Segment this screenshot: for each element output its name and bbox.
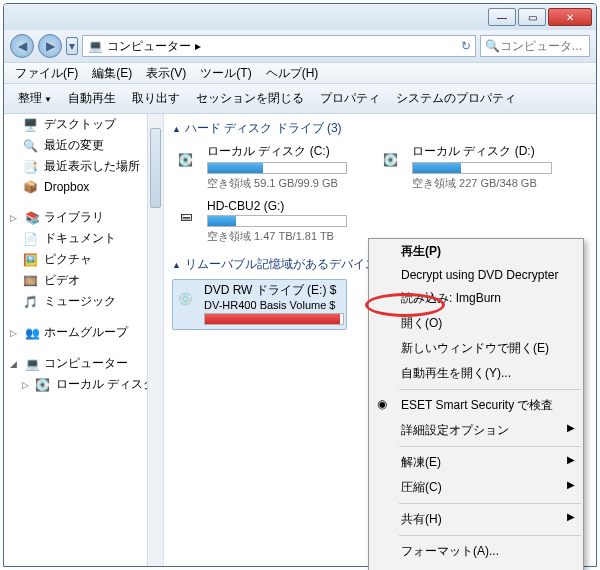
capacity-text: 空き領域 1.47 TB/1.81 TB: [207, 229, 347, 244]
desktop-icon: 🖥️: [22, 117, 38, 133]
drive-name: ローカル ディスク (D:): [412, 143, 552, 160]
address-bar[interactable]: 💻 コンピューター ▸ ↻: [82, 35, 476, 57]
separator: [399, 446, 581, 447]
drive-name: HD-CBU2 (G:): [207, 199, 347, 213]
hdd-icon: 💽: [377, 143, 404, 177]
context-autoplay[interactable]: 自動再生を開く(Y)...: [369, 361, 583, 386]
context-advanced-options[interactable]: 詳細設定オプション▶: [369, 418, 583, 443]
sidebar-group-homegroup[interactable]: ▷👥ホームグループ: [4, 320, 163, 343]
eset-icon: ◉: [377, 397, 387, 411]
drive-name: ローカル ディスク (C:): [207, 143, 347, 160]
expander-icon[interactable]: ▷: [22, 380, 29, 390]
menu-edit[interactable]: 編集(E): [87, 64, 137, 83]
collapse-icon[interactable]: ▲: [172, 124, 181, 134]
search-input[interactable]: [500, 39, 585, 53]
drive-icon: 💽: [35, 377, 50, 393]
maximize-button[interactable]: ▭: [518, 8, 546, 26]
system-properties-button[interactable]: システムのプロパティ: [390, 88, 522, 109]
close-session-button[interactable]: セッションを閉じる: [190, 88, 310, 109]
capacity-text: 空き領域 227 GB/348 GB: [412, 176, 552, 191]
context-decrypt[interactable]: Decrypt using DVD Decrypter: [369, 264, 583, 286]
sidebar-item-local-disk-c[interactable]: ▷💽ローカル ディスク (C:): [4, 374, 163, 395]
back-button[interactable]: ◀: [10, 34, 34, 58]
videos-icon: 🎞️: [22, 273, 38, 289]
search-box[interactable]: 🔍: [480, 35, 590, 57]
submenu-arrow-icon: ▶: [567, 479, 575, 490]
drive-c[interactable]: 💽 ローカル ディスク (C:) 空き領域 59.1 GB/99.9 GB: [172, 143, 347, 191]
homegroup-icon: 👥: [24, 325, 40, 341]
capacity-text: 空き領域 59.1 GB/99.9 GB: [207, 176, 347, 191]
capacity-bar: [207, 215, 347, 227]
breadcrumb-segment[interactable]: コンピューター: [107, 38, 191, 55]
context-eject[interactable]: 取り出し(J): [369, 564, 583, 570]
sidebar-item-documents[interactable]: 📄ドキュメント: [4, 228, 163, 249]
hdd-icon: 💽: [172, 143, 199, 177]
breadcrumb-separator[interactable]: ▸: [195, 39, 201, 53]
title-bar: — ▭ ✕: [4, 4, 596, 30]
sidebar-item-dropbox[interactable]: 📦Dropbox: [4, 177, 163, 197]
recent-icon: 🔍: [22, 138, 38, 154]
nav-bar: ◀ ▶ ▾ 💻 コンピューター ▸ ↻ 🔍: [4, 30, 596, 62]
drive-g[interactable]: 🖴 HD-CBU2 (G:) 空き領域 1.47 TB/1.81 TB: [172, 199, 347, 244]
expander-icon[interactable]: ◢: [10, 359, 20, 369]
menu-tools[interactable]: ツール(T): [195, 64, 256, 83]
drive-d[interactable]: 💽 ローカル ディスク (D:) 空き領域 227 GB/348 GB: [377, 143, 552, 191]
menu-file[interactable]: ファイル(F): [10, 64, 83, 83]
dropbox-icon: 📦: [22, 179, 38, 195]
organize-button[interactable]: 整理▼: [12, 88, 58, 109]
documents-icon: 📄: [22, 231, 38, 247]
sidebar-item-pictures[interactable]: 🖼️ピクチャ: [4, 249, 163, 270]
sidebar-item-music[interactable]: 🎵ミュージック: [4, 291, 163, 312]
separator: [399, 503, 581, 504]
hdd-external-icon: 🖴: [172, 199, 199, 233]
drive-name: DVD RW ドライブ (E:) $: [204, 282, 344, 299]
submenu-arrow-icon: ▶: [567, 511, 575, 522]
computer-icon: 💻: [24, 356, 40, 372]
sidebar-item-recent-changes[interactable]: 🔍最近の変更: [4, 135, 163, 156]
expander-icon[interactable]: ▷: [10, 328, 20, 338]
context-menu: 再生(P) Decrypt using DVD Decrypter 読み込み: …: [368, 238, 584, 570]
context-thaw[interactable]: 解凍(E)▶: [369, 450, 583, 475]
menu-view[interactable]: 表示(V): [141, 64, 191, 83]
context-compress[interactable]: 圧縮(C)▶: [369, 475, 583, 500]
collapse-icon[interactable]: ▲: [172, 260, 181, 270]
autoplay-button[interactable]: 自動再生: [62, 88, 122, 109]
toolbar: 整理▼ 自動再生 取り出す セッションを閉じる プロパティ システムのプロパティ: [4, 84, 596, 114]
section-header-hdd[interactable]: ▲ ハード ディスク ドライブ (3): [164, 114, 596, 141]
recent-places-icon: 📑: [22, 159, 38, 175]
sidebar-group-computer[interactable]: ◢💻コンピューター: [4, 351, 163, 374]
sidebar-item-recent-places[interactable]: 📑最近表示した場所: [4, 156, 163, 177]
close-button[interactable]: ✕: [548, 8, 592, 26]
capacity-bar: [207, 162, 347, 174]
menu-help[interactable]: ヘルプ(H): [261, 64, 324, 83]
context-open[interactable]: 開く(O): [369, 311, 583, 336]
history-dropdown[interactable]: ▾: [66, 37, 78, 55]
capacity-bar: [204, 313, 344, 325]
context-play[interactable]: 再生(P): [369, 239, 583, 264]
properties-button[interactable]: プロパティ: [314, 88, 386, 109]
minimize-button[interactable]: —: [488, 8, 516, 26]
expander-icon[interactable]: ▷: [10, 213, 20, 223]
separator: [399, 389, 581, 390]
context-format[interactable]: フォーマット(A)...: [369, 539, 583, 564]
drive-e-dvd[interactable]: 💿 DVD RW ドライブ (E:) $ DV-HR400 Basis Volu…: [172, 279, 347, 330]
context-new-window[interactable]: 新しいウィンドウで開く(E): [369, 336, 583, 361]
sidebar-item-videos[interactable]: 🎞️ビデオ: [4, 270, 163, 291]
context-imgburn[interactable]: 読み込み: ImgBurn: [369, 286, 583, 311]
menu-bar: ファイル(F) 編集(E) 表示(V) ツール(T) ヘルプ(H): [4, 62, 596, 84]
drive-subname: DV-HR400 Basis Volume $: [204, 299, 344, 311]
library-icon: 📚: [24, 210, 40, 226]
sidebar-item-desktop[interactable]: 🖥️デスクトップ: [4, 114, 163, 135]
sidebar-scrollbar[interactable]: [147, 114, 163, 566]
scrollbar-thumb[interactable]: [150, 128, 161, 208]
sidebar-group-libraries[interactable]: ▷📚ライブラリ: [4, 205, 163, 228]
music-icon: 🎵: [22, 294, 38, 310]
refresh-icon[interactable]: ↻: [461, 39, 471, 53]
navigation-pane: 🖥️デスクトップ 🔍最近の変更 📑最近表示した場所 📦Dropbox ▷📚ライブ…: [4, 114, 164, 566]
submenu-arrow-icon: ▶: [567, 422, 575, 433]
pictures-icon: 🖼️: [22, 252, 38, 268]
context-share[interactable]: 共有(H)▶: [369, 507, 583, 532]
eject-button[interactable]: 取り出す: [126, 88, 186, 109]
forward-button[interactable]: ▶: [38, 34, 62, 58]
context-eset-scan[interactable]: ◉ESET Smart Security で検査: [369, 393, 583, 418]
